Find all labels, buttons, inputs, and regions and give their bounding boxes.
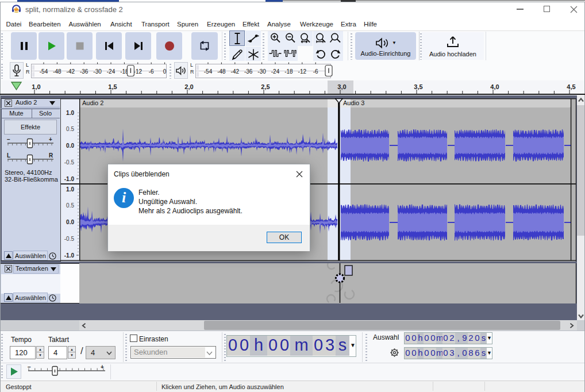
svg-text:3,0: 3,0 xyxy=(337,83,346,90)
svg-text:4,0: 4,0 xyxy=(490,83,499,90)
svg-text:-0.5: -0.5 xyxy=(64,236,75,242)
svg-text:−: − xyxy=(7,137,10,143)
svg-text:-1.0: -1.0 xyxy=(64,176,75,182)
svg-text:-6: -6 xyxy=(149,68,154,75)
svg-text:-18: -18 xyxy=(284,68,293,75)
svg-text:R: R xyxy=(49,153,53,159)
svg-text:-12: -12 xyxy=(298,68,307,75)
svg-text:-1.0: -1.0 xyxy=(64,252,75,259)
svg-text:-0.5: -0.5 xyxy=(64,159,75,166)
svg-text:-30: -30 xyxy=(257,68,266,75)
svg-text:Audio 3: Audio 3 xyxy=(343,99,364,106)
svg-text:-48: -48 xyxy=(217,68,226,75)
svg-text:1.0: 1.0 xyxy=(66,110,74,116)
svg-text:-30: -30 xyxy=(93,68,102,75)
svg-text:-36: -36 xyxy=(244,68,253,75)
svg-text:-54: -54 xyxy=(204,68,213,75)
svg-text:0: 0 xyxy=(163,68,167,75)
svg-text:0.0: 0.0 xyxy=(66,143,74,149)
svg-text:−: − xyxy=(28,364,31,370)
svg-text:0.5: 0.5 xyxy=(66,202,74,209)
svg-text:L: L xyxy=(7,153,10,159)
svg-text:Audio 2: Audio 2 xyxy=(82,99,103,106)
svg-text:1,5: 1,5 xyxy=(108,83,117,90)
svg-text:4,5: 4,5 xyxy=(567,83,575,90)
svg-text:-42: -42 xyxy=(231,68,240,75)
svg-text:2,5: 2,5 xyxy=(261,83,270,90)
svg-text:-6: -6 xyxy=(313,68,318,75)
svg-text:0.5: 0.5 xyxy=(66,126,74,132)
svg-text:-42: -42 xyxy=(67,68,75,75)
svg-text:0.0: 0.0 xyxy=(66,219,74,225)
svg-text:1,0: 1,0 xyxy=(32,83,40,90)
svg-text:-48: -48 xyxy=(53,68,61,75)
svg-text:+: + xyxy=(49,137,52,143)
svg-text:-36: -36 xyxy=(80,68,88,75)
svg-text:-12: -12 xyxy=(134,68,143,75)
svg-text:-24: -24 xyxy=(271,68,280,75)
svg-text:2,0: 2,0 xyxy=(184,83,193,90)
svg-text:-24: -24 xyxy=(107,68,116,75)
svg-text:3,5: 3,5 xyxy=(414,83,422,90)
svg-text:-54: -54 xyxy=(40,68,48,75)
svg-text:1.0: 1.0 xyxy=(66,186,74,193)
